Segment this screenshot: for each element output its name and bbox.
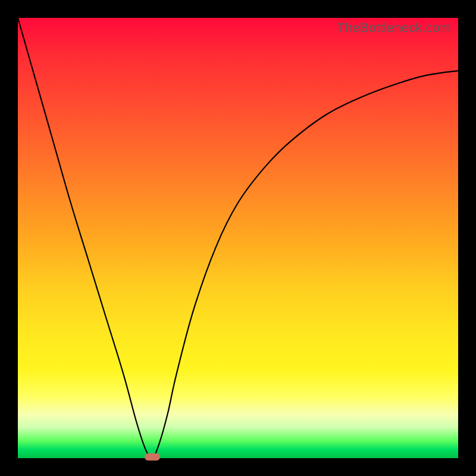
bottleneck-curve — [18, 18, 458, 458]
chart-frame: TheBottleneck.com — [0, 0, 476, 476]
plot-area: TheBottleneck.com — [18, 18, 458, 458]
minimum-marker — [145, 453, 160, 461]
